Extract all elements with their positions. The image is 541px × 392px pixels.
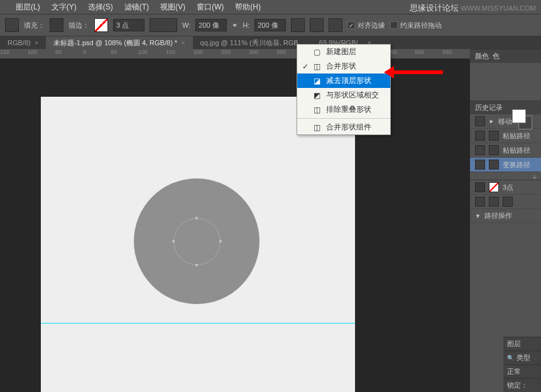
watermark-sub: WWW.MISSYUAN.COM [461, 4, 536, 12]
stroke-width-input[interactable] [113, 19, 145, 31]
h-label: H: [243, 21, 249, 29]
document-tabs: RGB/8)× 未标题-1.psd @ 108% (椭圆 4, RGB/8) *… [0, 36, 541, 49]
ruler-mark: 100 [138, 49, 148, 55]
horizontal-ruler: 1501005005010015020025030035040045050055… [0, 49, 541, 59]
link-icon[interactable]: ⚭ [232, 21, 238, 30]
options-toolbar: 填充： 描边： W: ⚭ H: ✓ 对齐边缘 约束路径拖动 [0, 14, 541, 36]
ruler-mark: 250 [221, 49, 231, 55]
path-operations-popup: ▢ 新建图层 ✓◫ 合并形状 ◪ 减去顶层形状 ◩ 与形状区域相交 ◫ 排除重叠… [297, 44, 391, 135]
ruler-mark: 150 [0, 49, 9, 55]
popup-merge-components[interactable]: ◫ 合并形状组件 [297, 120, 390, 134]
canvas-workspace[interactable] [0, 59, 470, 392]
fill-swatch[interactable] [50, 18, 63, 32]
annotation-arrow [393, 70, 443, 74]
color-panel-tab[interactable]: 颜色 色 [470, 50, 541, 63]
new-layer-icon: ▢ [314, 48, 322, 57]
stroke-preview-row[interactable]: 3点 [470, 180, 541, 195]
close-icon[interactable]: × [35, 39, 38, 46]
ruler-mark: 650 [442, 49, 452, 55]
tab-0[interactable]: RGB/8)× [0, 36, 46, 49]
stroke-style-dropdown[interactable] [150, 18, 177, 32]
stroke-preview-icon [489, 182, 499, 192]
popup-exclude[interactable]: ◫ 排除重叠形状 [297, 102, 390, 117]
tool-selector-icon[interactable] [5, 18, 19, 32]
bottom-panels: 图层 🔍类型 正常 锁定： [503, 337, 541, 392]
history-item-paste-2[interactable]: 粘贴路径 [470, 143, 541, 158]
merge-icon: ◫ [314, 123, 322, 132]
path-op-icon-1[interactable] [291, 18, 305, 32]
stroke-label: 描边： [68, 21, 89, 30]
ellipse-shape-inner[interactable] [173, 218, 221, 265]
paste-icon [475, 145, 485, 155]
align-icons-row[interactable] [470, 195, 541, 209]
ruler-mark: 100 [28, 49, 37, 55]
menu-view[interactable]: 视图(V) [160, 2, 185, 13]
stroke-swatch[interactable] [94, 18, 108, 32]
watermark-main: 思缘设计论坛 [410, 3, 459, 13]
menu-select[interactable]: 选择(S) [88, 2, 113, 13]
popup-subtract-front[interactable]: ◪ 减去顶层形状 [297, 74, 390, 88]
handle-left[interactable] [172, 240, 175, 242]
align-icon-1[interactable] [475, 197, 485, 207]
ruler-mark: 200 [194, 49, 203, 55]
popup-combine-shapes[interactable]: ✓◫ 合并形状 [297, 59, 390, 74]
popup-new-layer[interactable]: ▢ 新建图层 [297, 45, 390, 59]
horizontal-guide[interactable] [41, 323, 355, 324]
paste-icon [475, 131, 485, 141]
doc-icon [489, 145, 499, 155]
menu-text[interactable]: 文字(Y) [52, 2, 77, 13]
ruler-mark: 50 [55, 49, 62, 55]
w-label: W: [182, 21, 190, 29]
ruler-mark: 350 [276, 49, 286, 55]
exclude-icon: ◫ [314, 106, 322, 114]
menu-window[interactable]: 窗口(W) [197, 2, 224, 13]
menu-filter[interactable]: 滤镜(T) [124, 2, 149, 13]
path-op-icon-2[interactable] [310, 18, 324, 32]
handle-bottom[interactable] [195, 264, 198, 266]
path-ops-row[interactable]: ▼ 路径操作 [470, 209, 541, 223]
height-input[interactable] [254, 19, 286, 31]
combine-icon: ◫ [314, 62, 322, 71]
layers-tab[interactable]: 图层 [503, 337, 541, 351]
popup-intersect[interactable]: ◩ 与形状区域相交 [297, 88, 390, 102]
move-icon [475, 116, 485, 126]
path-op-icon-3[interactable] [329, 18, 342, 32]
type-row[interactable]: 🔍类型 [503, 351, 541, 364]
foreground-swatch[interactable] [512, 109, 526, 123]
doc-icon [489, 160, 499, 170]
tab-2[interactable]: qq.jpg @ 111% (秀川临慕, RGB... [193, 36, 312, 49]
ruler-mark: 600 [415, 49, 424, 55]
tab-1[interactable]: 未标题-1.psd @ 108% (椭圆 4, RGB/8) *× [46, 36, 192, 49]
history-item-paste-1[interactable]: 粘贴路径 [470, 129, 541, 143]
intersect-icon: ◩ [314, 91, 322, 100]
lock-row[interactable]: 锁定： [503, 378, 541, 392]
right-panels: 颜色 色 历史记录 ► 移动 粘贴路径 粘贴路径 变换路径 + [470, 49, 541, 298]
color-swatches[interactable] [512, 109, 532, 129]
fill-label: 填充： [24, 21, 45, 30]
align-edges-checkbox[interactable]: ✓ 对齐边缘 [347, 21, 385, 30]
blend-mode-row[interactable]: 正常 [503, 364, 541, 378]
ruler-mark: 300 [249, 49, 258, 55]
ruler-mark: 0 [83, 49, 86, 55]
close-icon[interactable]: × [181, 39, 185, 46]
menu-layer[interactable]: 图层(L) [16, 2, 40, 13]
width-input[interactable] [195, 19, 227, 31]
subtract-icon: ◪ [314, 77, 322, 85]
handle-top[interactable] [195, 217, 198, 219]
doc-icon [489, 131, 499, 141]
canvas[interactable] [41, 97, 355, 392]
align-icon-2[interactable] [489, 197, 499, 207]
history-item-transform[interactable]: 变换路径 [470, 158, 541, 172]
check-icon: ✓ [302, 62, 310, 71]
constrain-checkbox[interactable]: 约束路径拖动 [390, 21, 442, 30]
align-icon-3[interactable] [503, 197, 513, 207]
ruler-mark: 50 [111, 49, 117, 55]
menu-help[interactable]: 帮助(H) [235, 2, 261, 13]
fill-preview-icon [475, 182, 485, 192]
handle-right[interactable] [219, 240, 222, 242]
ruler-mark: 150 [166, 49, 175, 55]
transform-icon [475, 160, 485, 170]
